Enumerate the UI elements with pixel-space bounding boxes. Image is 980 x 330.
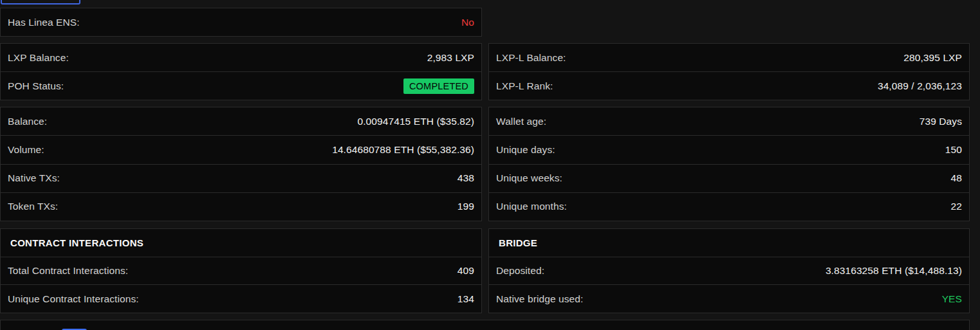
- native-bridge-used-value: YES: [942, 293, 962, 305]
- contract-interactions-header: CONTRACT INTERACTIONS: [1, 229, 481, 257]
- balance-value: 0.00947415 ETH ($35.82): [357, 116, 474, 127]
- total-contract-interactions-value: 409: [458, 265, 474, 277]
- volume-label: Volume:: [8, 144, 44, 156]
- native-bridge-used-label: Native bridge used:: [496, 293, 583, 305]
- section-badges: BADGES NEW: [0, 320, 970, 330]
- balance-label: Balance:: [8, 116, 47, 127]
- wallet-age-label: Wallet age:: [496, 116, 546, 127]
- lxpl-rank-label: LXP-L Rank:: [496, 80, 553, 92]
- unique-days-label: Unique days:: [496, 144, 555, 156]
- row-lxpl-balance: LXP-L Balance: 280,395 LXP: [489, 44, 969, 71]
- row-wallet-age: Wallet age: 739 Days: [489, 107, 969, 135]
- unique-months-value: 22: [951, 201, 962, 212]
- wallet-age-value: 739 Days: [920, 116, 962, 127]
- band-ens: Has Linea ENS: No: [0, 8, 970, 37]
- band-activity: Balance: 0.00947415 ETH ($35.82) Volume:…: [0, 107, 970, 221]
- active-tab-indicator[interactable]: [1, 0, 80, 5]
- total-contract-interactions-label: Total Contract Interactions:: [8, 265, 128, 277]
- poh-status-badge: COMPLETED: [403, 78, 474, 94]
- has-linea-ens-value: No: [461, 17, 474, 28]
- lxp-balance-label: LXP Balance:: [8, 52, 69, 64]
- band-lxp: LXP Balance: 2,983 LXP POH Status: COMPL…: [0, 43, 970, 100]
- row-volume: Volume: 14.64680788 ETH ($55,382.36): [1, 135, 481, 163]
- row-native-bridge-used: Native bridge used: YES: [489, 284, 969, 313]
- lxp-balance-value: 2,983 LXP: [427, 52, 474, 64]
- lxpl-balance-value: 280,395 LXP: [903, 52, 962, 64]
- row-lxp-balance: LXP Balance: 2,983 LXP: [1, 44, 481, 71]
- native-txs-label: Native TXs:: [8, 172, 60, 184]
- section-wallet-age: Wallet age: 739 Days Unique days: 150 Un…: [488, 107, 970, 221]
- deposited-label: Deposited:: [496, 265, 544, 277]
- row-token-txs: Token TXs: 199: [1, 192, 481, 221]
- row-unique-weeks: Unique weeks: 48: [489, 164, 969, 192]
- lxpl-balance-label: LXP-L Balance:: [496, 52, 566, 64]
- row-lxpl-rank: LXP-L Rank: 34,089 / 2,036,123: [489, 71, 969, 100]
- row-unique-days: Unique days: 150: [489, 135, 969, 163]
- unique-months-label: Unique months:: [496, 201, 567, 212]
- poh-status-label: POH Status:: [8, 80, 64, 92]
- bridge-header: BRIDGE: [489, 229, 969, 257]
- native-txs-value: 438: [458, 172, 474, 184]
- section-lxp: LXP Balance: 2,983 LXP POH Status: COMPL…: [0, 43, 482, 100]
- wallet-stats-panel: Has Linea ENS: No LXP Balance: 2,983 LXP…: [0, 0, 980, 330]
- band-contracts-bridge: CONTRACT INTERACTIONS Total Contract Int…: [0, 228, 970, 313]
- unique-days-value: 150: [945, 144, 962, 156]
- row-deposited: Deposited: 3.83163258 ETH ($14,488.13): [489, 257, 969, 285]
- band-badges: BADGES NEW: [0, 320, 970, 330]
- section-contract-interactions: CONTRACT INTERACTIONS Total Contract Int…: [0, 228, 482, 313]
- row-poh-status: POH Status: COMPLETED: [1, 71, 481, 100]
- bridge-title: BRIDGE: [499, 237, 537, 248]
- section-bridge: BRIDGE Deposited: 3.83163258 ETH ($14,48…: [488, 228, 970, 313]
- deposited-value: 3.83163258 ETH ($14,488.13): [826, 265, 962, 277]
- row-native-txs: Native TXs: 438: [1, 164, 481, 192]
- unique-weeks-label: Unique weeks:: [496, 172, 562, 184]
- has-linea-ens-label: Has Linea ENS:: [8, 17, 80, 28]
- section-lxpl: LXP-L Balance: 280,395 LXP LXP-L Rank: 3…: [488, 43, 970, 100]
- row-has-linea-ens: Has Linea ENS: No: [1, 8, 481, 36]
- badges-header: BADGES NEW: [1, 320, 969, 330]
- section-activity: Balance: 0.00947415 ETH ($35.82) Volume:…: [0, 107, 482, 221]
- row-unique-contract-interactions: Unique Contract Interactions: 134: [1, 284, 481, 313]
- unique-contract-interactions-value: 134: [458, 293, 474, 305]
- row-balance: Balance: 0.00947415 ETH ($35.82): [1, 107, 481, 135]
- unique-weeks-value: 48: [951, 172, 962, 184]
- contract-interactions-title: CONTRACT INTERACTIONS: [10, 237, 143, 248]
- section-ens: Has Linea ENS: No: [0, 8, 482, 37]
- unique-contract-interactions-label: Unique Contract Interactions:: [8, 293, 139, 305]
- lxpl-rank-value: 34,089 / 2,036,123: [878, 80, 962, 92]
- volume-value: 14.64680788 ETH ($55,382.36): [332, 144, 474, 156]
- row-total-contract-interactions: Total Contract Interactions: 409: [1, 257, 481, 285]
- token-txs-value: 199: [458, 201, 474, 212]
- row-unique-months: Unique months: 22: [489, 192, 969, 221]
- token-txs-label: Token TXs:: [8, 201, 58, 212]
